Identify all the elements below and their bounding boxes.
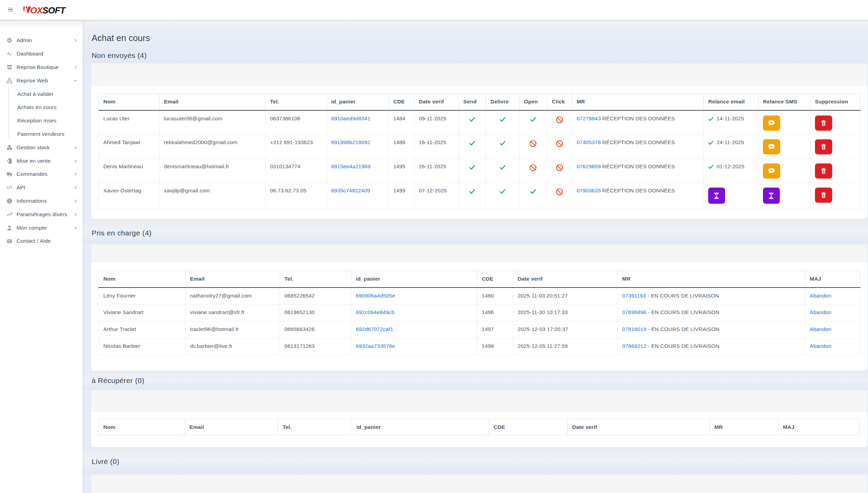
svg-text:OX: OX	[30, 5, 43, 16]
svg-text:SMS: SMS	[769, 145, 774, 148]
svg-text:SMS: SMS	[769, 170, 774, 172]
svg-text:SOFT: SOFT	[42, 5, 66, 16]
svg-text:SMS: SMS	[769, 121, 774, 123]
